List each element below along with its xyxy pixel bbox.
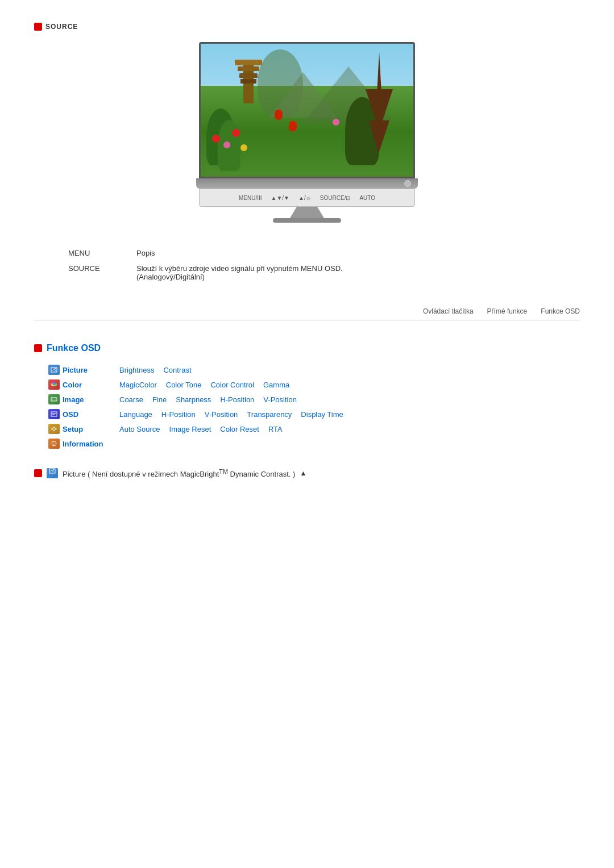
icon-cell-info: i	[45, 439, 63, 449]
sub-item-hposition-img[interactable]: H-Position	[220, 395, 254, 404]
breadcrumb-item-3[interactable]: Funkce OSD	[541, 307, 580, 315]
source-header: SOURCE	[34, 23, 580, 31]
sub-item-brightness[interactable]: Brightness	[119, 366, 154, 374]
pagoda-roof2	[238, 66, 259, 71]
icon-cell-picture	[45, 365, 63, 375]
svg-rect-7	[51, 398, 57, 401]
monitor-base	[273, 218, 341, 223]
sub-item-sharpness[interactable]: Sharpness	[176, 395, 211, 404]
sub-item-hposition-osd[interactable]: H-Position	[161, 410, 196, 419]
osd-row-osd: OSD Language H-Position V-Position Trans…	[45, 407, 580, 422]
svg-line-21	[51, 470, 52, 471]
ctrl-nav[interactable]: ▲▼/▼	[271, 195, 289, 201]
menu-name-information[interactable]: Information	[63, 440, 119, 448]
source-desc-line2: (Analogový/Digitální)	[136, 273, 205, 281]
picture-footer: Picture ( Není dostupné v režimech Magic…	[34, 468, 580, 478]
color-icon	[48, 379, 60, 390]
source-label: SOURCE	[68, 264, 114, 281]
footer-icon-d	[34, 469, 42, 477]
svg-rect-0	[51, 368, 57, 372]
osd-row-image: Image Coarse Fine Sharpness H-Position V…	[45, 392, 580, 407]
osd-table: Picture Brightness Contrast Color MagicC…	[45, 362, 580, 451]
svg-point-6	[52, 382, 56, 385]
menu-source-row: SOURCE Slouží k výběru zdroje video sign…	[68, 261, 580, 285]
flower-red-1	[212, 135, 220, 143]
funkce-osd-icon	[34, 344, 42, 352]
icon-cell-osd	[45, 409, 63, 419]
footer-text-2: Dynamic Contrast. )	[228, 470, 295, 478]
menu-name-color[interactable]: Color	[63, 381, 119, 389]
sub-item-colorcontrol[interactable]: Color Control	[210, 381, 254, 389]
source-title: SOURCE	[45, 23, 78, 31]
footer-icon-pic	[47, 468, 58, 478]
svg-text:i: i	[53, 443, 55, 446]
page-container: SOURCE	[0, 0, 614, 501]
svg-line-1	[52, 369, 54, 370]
footer-text-1: Picture ( Není dostupné v režimech Magic…	[63, 470, 219, 478]
flower-pink-1	[223, 141, 230, 148]
footer-tm: TM	[219, 468, 228, 475]
svg-point-13	[53, 428, 56, 431]
flower-red-2	[232, 129, 240, 137]
funkce-osd-title: Funkce OSD	[47, 343, 101, 353]
icon-cell-setup	[45, 424, 63, 434]
funkce-osd-header: Funkce OSD	[34, 343, 580, 353]
sub-item-transparency[interactable]: Transparency	[247, 410, 292, 419]
lantern-2	[289, 121, 297, 131]
svg-point-3	[55, 368, 56, 369]
monitor-bezel-bottom	[196, 178, 418, 189]
ctrl-brightness[interactable]: ▲/☼	[298, 195, 311, 201]
breadcrumb: Ovládací tlačítka Přímé funkce Funkce OS…	[34, 307, 580, 320]
icon-cell-image	[45, 394, 63, 404]
monitor-wrapper: MENU/III ▲▼/▼ ▲/☼ SOURCE/⊡ AUTO	[188, 42, 426, 223]
menu-name-picture[interactable]: Picture	[63, 366, 119, 374]
image-icon	[48, 394, 60, 404]
osd-row-setup: Setup Auto Source Image Reset Color Rese…	[45, 422, 580, 436]
sub-item-gamma[interactable]: Gamma	[263, 381, 289, 389]
breadcrumb-item-1[interactable]: Ovládací tlačítka	[423, 307, 474, 315]
sub-item-contrast[interactable]: Contrast	[163, 366, 191, 374]
monitor-stand	[290, 207, 324, 218]
flower-pink-2	[333, 119, 339, 126]
menu-name-osd[interactable]: OSD	[63, 410, 119, 419]
osd-row-picture: Picture Brightness Contrast	[45, 362, 580, 377]
pagoda-roof1	[235, 60, 262, 65]
sub-item-fine[interactable]: Fine	[152, 395, 167, 404]
sub-item-autosource[interactable]: Auto Source	[119, 425, 160, 433]
col-menu-label: MENU	[68, 249, 114, 257]
sub-item-vposition-osd[interactable]: V-Position	[205, 410, 238, 419]
menu-header-row: MENU Popis	[68, 245, 580, 261]
setup-icon	[48, 424, 60, 434]
sub-item-vposition-img[interactable]: V-Position	[263, 395, 297, 404]
sub-item-colorreset[interactable]: Color Reset	[220, 425, 259, 433]
menu-table: MENU Popis SOURCE Slouží k výběru zdroje…	[68, 245, 580, 285]
footer-picture-text: Picture ( Není dostupné v režimech Magic…	[63, 468, 295, 478]
sub-item-coarse[interactable]: Coarse	[119, 395, 143, 404]
info-icon: i	[48, 439, 60, 449]
ctrl-auto[interactable]: AUTO	[359, 195, 375, 201]
footer-arrow-up[interactable]: ▲	[300, 469, 306, 477]
sub-item-rta[interactable]: RTA	[268, 425, 283, 433]
breadcrumb-item-2[interactable]: Přímé funkce	[487, 307, 528, 315]
lantern-1	[275, 110, 283, 120]
menu-name-image[interactable]: Image	[63, 395, 119, 404]
flower-yellow-1	[240, 144, 247, 151]
sub-item-imagereset[interactable]: Image Reset	[169, 425, 211, 433]
osd-row-information: i Information	[45, 436, 580, 451]
osd-icon-el	[48, 409, 60, 419]
pagoda-roof3	[239, 73, 258, 78]
source-desc: Slouží k výběru zdroje video signálu při…	[136, 264, 343, 281]
menu-name-setup[interactable]: Setup	[63, 425, 119, 433]
icon-cell-color	[45, 379, 63, 390]
monitor-controls-bar: MENU/III ▲▼/▼ ▲/☼ SOURCE/⊡ AUTO	[199, 189, 415, 207]
source-icon	[34, 23, 42, 31]
sub-item-displaytime[interactable]: Display Time	[301, 410, 343, 419]
ctrl-menu[interactable]: MENU/III	[239, 195, 262, 201]
sub-item-colortone[interactable]: Color Tone	[166, 381, 202, 389]
sub-item-magiccolor[interactable]: MagicColor	[119, 381, 157, 389]
ctrl-source[interactable]: SOURCE/⊡	[320, 195, 351, 201]
osd-row-color: Color MagicColor Color Tone Color Contro…	[45, 377, 580, 392]
sub-item-language[interactable]: Language	[119, 410, 152, 419]
col-popis-label: Popis	[136, 249, 155, 257]
svg-rect-10	[51, 412, 57, 416]
